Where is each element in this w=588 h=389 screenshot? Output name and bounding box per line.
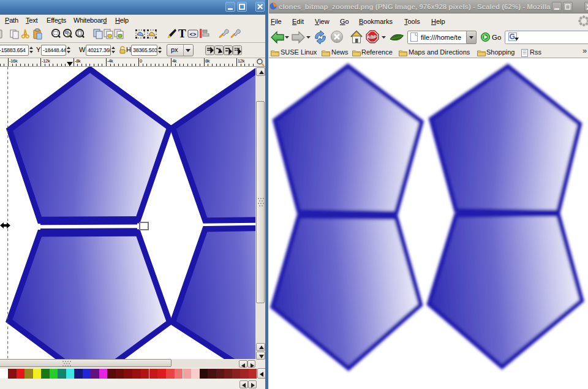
svg-text:ABP: ABP: [367, 34, 377, 40]
svg-text:<>: <>: [190, 32, 197, 38]
svg-text:file:///home/te: file:///home/te: [421, 34, 461, 41]
svg-text:G: G: [510, 32, 515, 41]
svg-text:Go: Go: [492, 34, 501, 41]
svg-text:T: T: [178, 27, 186, 40]
